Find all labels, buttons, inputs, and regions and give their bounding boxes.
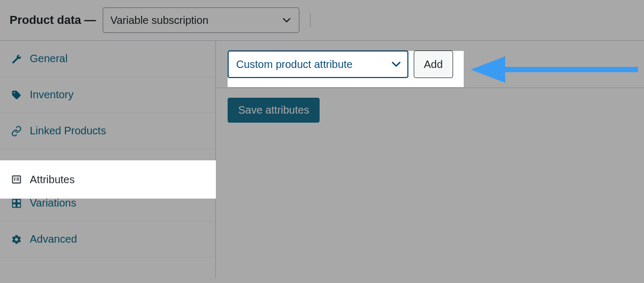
svg-rect-1 [14, 165, 15, 166]
svg-rect-7 [13, 203, 16, 207]
attribute-type-select[interactable]: Custom product attribute [228, 50, 408, 78]
link-icon [11, 125, 22, 137]
tab-label: Attributes [30, 161, 74, 173]
svg-rect-3 [14, 167, 15, 168]
product-data-sidebar: General Inventory Linked Products Attrib… [0, 41, 216, 278]
svg-rect-6 [17, 199, 21, 203]
gear-icon [11, 234, 22, 245]
tag-icon [11, 89, 22, 101]
svg-rect-8 [17, 203, 21, 207]
tab-advanced[interactable]: Advanced [0, 221, 215, 258]
tab-label: Advanced [30, 233, 77, 245]
tab-label: Inventory [30, 89, 73, 101]
attribute-toolbar: Custom product attribute Add [216, 41, 644, 88]
tab-linked-products[interactable]: Linked Products [0, 113, 215, 149]
header-divider [310, 13, 311, 28]
tab-label: General [30, 53, 68, 65]
save-attributes-button[interactable]: Save attributes [228, 98, 320, 123]
tab-attributes[interactable]: Attributes [0, 149, 215, 185]
save-row: Save attributes [216, 88, 644, 132]
add-attribute-button[interactable]: Add [414, 50, 453, 78]
product-data-header: Product data — Variable subscription [0, 0, 644, 41]
product-type-select-wrap: Variable subscription [103, 7, 299, 33]
svg-rect-2 [16, 165, 19, 166]
list-icon [11, 161, 22, 173]
svg-rect-4 [16, 167, 19, 168]
product-type-select[interactable]: Variable subscription [103, 7, 299, 33]
attribute-type-select-wrap: Custom product attribute [228, 50, 408, 78]
tab-general[interactable]: General [0, 41, 215, 77]
svg-rect-5 [13, 199, 16, 203]
product-data-body: General Inventory Linked Products Attrib… [0, 41, 644, 278]
tab-inventory[interactable]: Inventory [0, 77, 215, 113]
grid-icon [11, 198, 22, 209]
tab-label: Linked Products [30, 125, 106, 137]
attributes-panel: Custom product attribute Add Save attrib… [216, 41, 644, 278]
tab-variations[interactable]: Variations [0, 185, 215, 221]
tab-label: Variations [30, 197, 76, 209]
product-data-title: Product data — [10, 13, 96, 27]
wrench-icon [11, 53, 22, 65]
